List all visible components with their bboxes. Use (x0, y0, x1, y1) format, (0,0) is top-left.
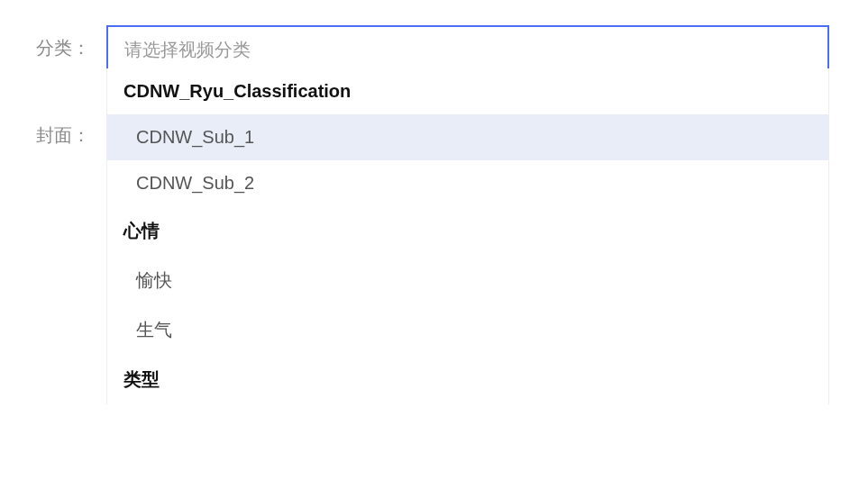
dropdown-option-angry[interactable]: 生气 (107, 305, 828, 355)
dropdown-group-header: CDNW_Ryu_Classification (107, 68, 828, 114)
cover-label: 封面： (36, 96, 106, 148)
dropdown-option-happy[interactable]: 愉快 (107, 256, 828, 305)
dropdown-option-cdnw-sub-1[interactable]: CDNW_Sub_1 (107, 114, 828, 160)
dropdown-option-cdnw-sub-2[interactable]: CDNW_Sub_2 (107, 160, 828, 206)
category-select[interactable]: 请选择视频分类 (106, 25, 829, 75)
dropdown-group-header: 类型 (107, 355, 828, 404)
category-placeholder-text: 请选择视频分类 (124, 40, 251, 59)
category-row: 分类： 请选择视频分类 CDNW_Ryu_Classification CDNW… (36, 25, 829, 75)
category-field-wrap: 请选择视频分类 CDNW_Ryu_Classification CDNW_Sub… (106, 25, 829, 75)
dropdown-group-header: 心情 (107, 206, 828, 256)
category-dropdown: CDNW_Ryu_Classification CDNW_Sub_1 CDNW_… (106, 68, 829, 404)
form-container: 分类： 请选择视频分类 CDNW_Ryu_Classification CDNW… (36, 25, 829, 480)
category-label: 分类： (36, 25, 106, 60)
